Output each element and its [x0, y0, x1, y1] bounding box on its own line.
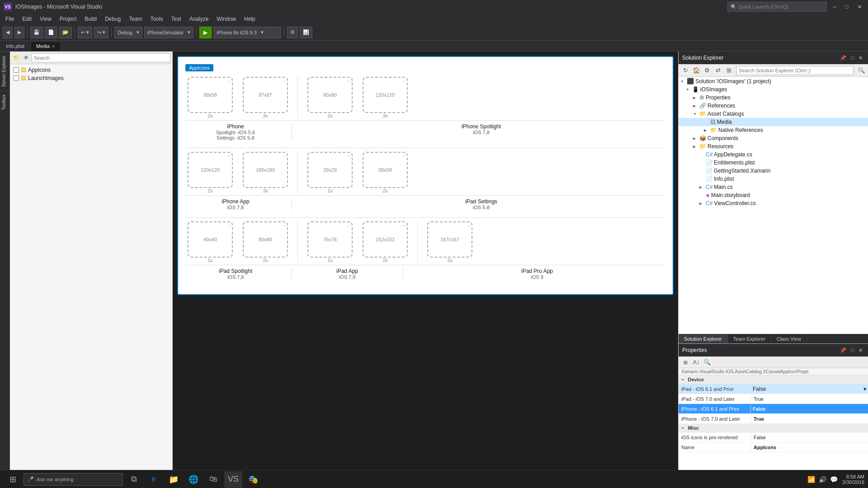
show-all-icon[interactable]: 👁	[22, 53, 31, 62]
explorer-button[interactable]: 📁	[165, 471, 183, 488]
icon-box[interactable]: ··· 80x80	[307, 77, 353, 113]
solution-search-input[interactable]	[736, 66, 854, 75]
tree-appdelegate[interactable]: C# AppDelegate.cs	[679, 150, 868, 159]
toolbox-tab[interactable]: Toolbox	[0, 90, 9, 113]
forward-button[interactable]: ▶	[14, 27, 24, 38]
icon-box[interactable]: ··· 80x80	[243, 221, 288, 258]
icon-box[interactable]: ··· 87x87	[243, 77, 288, 113]
props-row-ipad70[interactable]: iPad - iOS 7.0 and Later True	[679, 394, 868, 404]
edge-button[interactable]: e	[145, 471, 163, 488]
se-tab-team[interactable]: Team Explorer	[728, 334, 771, 343]
tree-item-appicons[interactable]: 🖼 AppIcons	[12, 66, 170, 74]
refresh-button[interactable]: ↻	[680, 66, 690, 75]
pin-icon[interactable]: 📌	[838, 347, 848, 354]
tree-item-launchimages[interactable]: 🖼 LaunchImages	[12, 74, 170, 82]
icon-box[interactable]: ··· 120x120	[363, 77, 408, 113]
slot-menu-icon[interactable]: ···	[402, 223, 406, 228]
tree-media[interactable]: 🖼 Media	[679, 118, 868, 126]
props-row-name[interactable]: Name AppIcons	[679, 442, 868, 452]
slot-menu-icon[interactable]: ···	[402, 79, 406, 84]
search-icon-btn[interactable]: 🔍	[856, 66, 866, 75]
props-row-ipad61[interactable]: iPad - iOS 6.1 and Prior False ▾	[679, 384, 868, 394]
launchimages-checkbox[interactable]	[14, 75, 19, 81]
menu-analyze[interactable]: Analyze	[186, 15, 212, 23]
close-icon[interactable]: ✕	[857, 54, 864, 62]
maximize-icon[interactable]: □	[849, 347, 856, 354]
menu-view[interactable]: View	[36, 15, 55, 23]
new-folder-icon[interactable]: 📁	[12, 53, 21, 62]
tab-media[interactable]: Media ✕	[30, 41, 61, 51]
icon-box[interactable]: ··· 167x167	[427, 221, 472, 258]
home-button[interactable]: 🏠	[691, 66, 701, 75]
slot-menu-icon[interactable]: ···	[467, 223, 471, 228]
maximize-icon[interactable]: □	[849, 54, 856, 62]
icon-box[interactable]: ··· 29x29	[307, 152, 353, 188]
icon-box[interactable]: ··· 120x120	[188, 152, 233, 188]
se-tab-solution[interactable]: Solution Explorer	[679, 334, 728, 343]
vs-taskbar-button[interactable]: VS	[224, 471, 242, 488]
open-button[interactable]: 📂	[59, 27, 72, 38]
slot-menu-icon[interactable]: ···	[227, 154, 231, 159]
redo-button[interactable]: ↪ ▾	[94, 27, 108, 38]
device-dropdown[interactable]: iPhone 6s iOS 9.3 ▾	[213, 27, 281, 38]
props-search-btn[interactable]: 🔍	[702, 357, 712, 367]
tree-gettingstarted[interactable]: 📄 GettingStarted.Xamarin	[679, 167, 868, 175]
slot-menu-icon[interactable]: ···	[402, 154, 406, 159]
tree-components[interactable]: 📦 Components	[679, 134, 868, 142]
icon-box[interactable]: ··· 76x76	[307, 221, 353, 258]
icon-box[interactable]: ··· 180x180	[243, 152, 288, 188]
menu-window[interactable]: Window	[213, 15, 240, 23]
menu-edit[interactable]: Edit	[19, 15, 35, 23]
slot-menu-icon[interactable]: ···	[347, 154, 351, 159]
network-icon[interactable]: 📶	[807, 475, 816, 484]
tree-references[interactable]: 🔗 References	[679, 102, 868, 110]
slot-menu-icon[interactable]: ···	[283, 223, 286, 228]
start-button[interactable]: ⊞	[4, 471, 22, 488]
props-categorized-btn[interactable]: ≣	[680, 357, 690, 367]
tab-infoplist[interactable]: Info.plist	[0, 41, 30, 51]
tree-asset-catalogs[interactable]: 📁 Asset Catalogs	[679, 110, 868, 118]
menu-file[interactable]: File	[2, 15, 18, 23]
store-button[interactable]: 🛍	[204, 471, 222, 488]
close-icon[interactable]: ✕	[857, 347, 864, 354]
restore-button[interactable]: □	[843, 3, 851, 10]
filter-button[interactable]: ⊞	[724, 66, 734, 75]
props-alpha-btn[interactable]: A↕	[691, 357, 701, 367]
cortana-search[interactable]: 🎤 Ask me anything	[24, 473, 123, 486]
back-button[interactable]: ◀	[3, 27, 13, 38]
appicons-checkbox[interactable]	[14, 67, 19, 73]
diagnostics-button[interactable]: ⚙	[287, 27, 298, 38]
debug-config-dropdown[interactable]: Debug ▾	[114, 27, 142, 38]
slot-menu-icon[interactable]: ···	[227, 223, 231, 228]
app-button[interactable]: 🎭	[244, 471, 262, 488]
slot-menu-icon[interactable]: ···	[283, 79, 286, 84]
props-row-prerendered[interactable]: iOS icons is pre-rendered False	[679, 432, 868, 442]
menu-test[interactable]: Test	[168, 15, 185, 23]
tree-properties[interactable]: ⚙ Properties	[679, 94, 868, 102]
save-button[interactable]: 💾	[30, 27, 43, 38]
tree-viewcontroller[interactable]: C# ViewController.cs	[679, 199, 868, 207]
tree-native-refs[interactable]: 📁 Native References	[679, 126, 868, 134]
slot-menu-icon[interactable]: ···	[283, 154, 286, 159]
server-explorer-tab[interactable]: Server Explorer	[0, 52, 9, 90]
task-view-button[interactable]: ⧉	[125, 471, 143, 488]
menu-build[interactable]: Build	[81, 15, 100, 23]
icon-box[interactable]: ··· 58x58	[363, 152, 408, 188]
props-row-iphone61[interactable]: iPhone - iOS 6.1 and Prior False	[679, 404, 868, 414]
new-item-button[interactable]: 📄	[45, 27, 57, 38]
tree-entitlements[interactable]: 📄 Entitlements.plist	[679, 159, 868, 167]
menu-help[interactable]: Help	[241, 15, 259, 23]
tree-resources[interactable]: 📁 Resources	[679, 142, 868, 150]
icon-box[interactable]: ··· 40x40	[188, 221, 233, 258]
asset-search-input[interactable]	[32, 53, 170, 62]
slot-menu-icon[interactable]: ···	[347, 79, 351, 84]
quick-launch-input[interactable]: 🔍 Quick Launch (Ctrl+Q)	[727, 2, 827, 12]
minimize-button[interactable]: ─	[830, 3, 840, 10]
tree-mainstoryboard[interactable]: ◈ Main.storyboard	[679, 191, 868, 199]
icon-box[interactable]: ··· 58x58	[188, 77, 233, 113]
close-icon[interactable]: ✕	[52, 44, 55, 49]
close-button[interactable]: ✕	[855, 3, 864, 11]
menu-project[interactable]: Project	[56, 15, 80, 23]
icon-box[interactable]: ··· 152x152	[363, 221, 408, 258]
ie-button[interactable]: 🌐	[184, 471, 203, 488]
